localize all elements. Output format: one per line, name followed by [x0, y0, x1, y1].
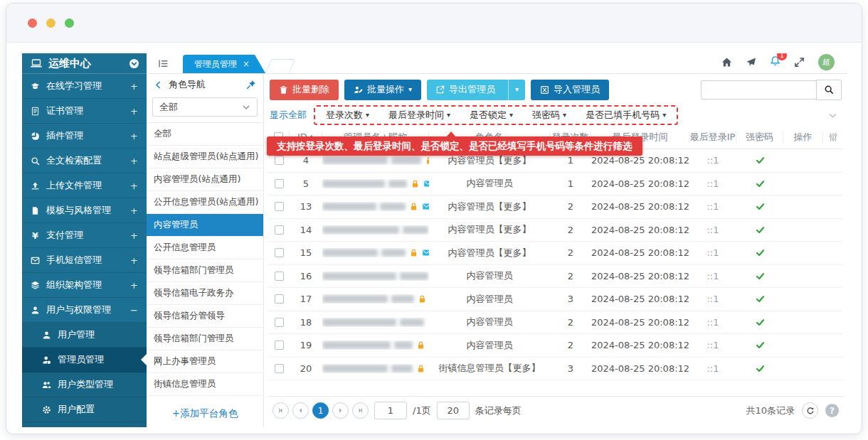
row-checkbox[interactable] — [275, 248, 284, 257]
refresh-button[interactable] — [802, 402, 818, 419]
sidebar-item[interactable]: ¥ 支付管理 + — [22, 223, 147, 248]
first-page-button[interactable] — [272, 402, 289, 419]
home-icon[interactable] — [721, 57, 732, 68]
sidebar-item[interactable]: 上传文件管理 + — [22, 173, 147, 198]
row-role[interactable]: 内容管理员 — [429, 293, 550, 306]
filter-label: 是否已填手机号码 — [586, 109, 660, 122]
show-all-link[interactable]: 显示全部 — [270, 109, 307, 122]
tab-admin-management[interactable]: 管理员管理 × — [183, 55, 265, 73]
filter-dropdown[interactable]: 是否已填手机号码 ▾ — [586, 109, 666, 122]
row-role[interactable]: 内容管理员【更多】 — [429, 200, 550, 213]
envelope-icon[interactable] — [423, 179, 429, 188]
role-item[interactable]: 内容管理员(站点通用) — [147, 168, 263, 191]
role-item[interactable]: 领导信箱部门管理员 — [147, 328, 263, 350]
next-page-button[interactable] — [332, 402, 349, 419]
filter-dropdown[interactable]: 登录次数 ▾ — [326, 109, 369, 122]
sidebar-item[interactable]: 全文检索配置 + — [22, 149, 147, 173]
row-login-count: 3 — [550, 294, 591, 304]
notifications[interactable]: 1 — [770, 55, 780, 69]
row-last-login-time: 2024-08-25 20:08:12 — [591, 155, 689, 166]
redacted-admin-name — [322, 249, 378, 257]
collapse-sidebar-icon[interactable] — [158, 58, 169, 69]
role-item[interactable]: 网上办事管理员 — [147, 350, 263, 373]
help-button[interactable]: ? — [825, 404, 839, 417]
row-checkbox[interactable] — [275, 156, 284, 165]
sidebar-item[interactable]: 用户配置 — [22, 397, 147, 422]
row-checkbox[interactable] — [275, 364, 284, 373]
export-admins-button[interactable]: 导出管理员 ▾ — [427, 80, 525, 100]
sidebar-item[interactable]: 手机短信管理 + — [22, 248, 147, 273]
chevron-left-icon[interactable] — [154, 80, 163, 90]
sidebar-item[interactable]: 管理员配置 — [22, 422, 147, 427]
export-dropdown-toggle[interactable]: ▾ — [508, 80, 525, 100]
collapse-filters-icon[interactable] — [828, 111, 837, 120]
role-item[interactable]: 全部 — [147, 123, 263, 146]
role-item[interactable]: 街镇信息管理员 — [147, 373, 263, 396]
sidebar-item[interactable]: 在线学习管理 + — [22, 74, 147, 99]
role-item-label: 网上办事管理员 — [154, 355, 216, 367]
prev-page-button[interactable] — [292, 402, 309, 419]
add-platform-role-button[interactable]: +添加平台角色 — [147, 400, 263, 427]
row-checkbox[interactable] — [275, 272, 284, 281]
sidebar-item[interactable]: 用户管理 — [22, 323, 147, 348]
chevron-circle-down-icon[interactable] — [129, 58, 139, 69]
maximize-window-button[interactable] — [65, 18, 74, 28]
filter-dropdown[interactable]: 最后登录时间 ▾ — [388, 109, 450, 122]
close-icon[interactable]: × — [243, 59, 250, 69]
sidebar-item-label: 管理员管理 — [58, 353, 104, 366]
row-checkbox[interactable] — [275, 294, 284, 304]
role-item[interactable]: 站点超级管理员(站点通用) — [147, 146, 263, 168]
envelope-icon[interactable] — [422, 202, 429, 211]
row-checkbox[interactable] — [275, 202, 284, 211]
paper-plane-icon[interactable] — [746, 57, 756, 68]
row-checkbox[interactable] — [275, 340, 284, 350]
row-role[interactable]: 街镇信息管理员【更多】 — [429, 362, 550, 375]
row-role[interactable]: 内容管理员【更多】 — [429, 154, 550, 167]
row-role[interactable]: 内容管理员【更多】 — [429, 247, 550, 259]
page-number-input[interactable] — [374, 402, 407, 419]
sidebar-item[interactable]: 组织架构管理 + — [22, 273, 147, 298]
row-checkbox[interactable] — [275, 318, 284, 327]
sidebar-item[interactable]: 证书管理 + — [22, 99, 147, 124]
row-role[interactable]: 内容管理员 — [429, 177, 550, 190]
sidebar-item[interactable]: 用户与权限管理 − — [22, 298, 147, 323]
sidebar-item[interactable]: 模板与风格管理 + — [22, 198, 147, 223]
sidebar-item[interactable]: 用户类型管理 — [22, 372, 147, 397]
avatar[interactable]: 超 — [818, 54, 835, 70]
envelope-icon[interactable] — [422, 248, 429, 257]
close-window-button[interactable] — [28, 18, 37, 28]
per-page-input[interactable] — [437, 402, 470, 419]
search-input[interactable] — [701, 80, 816, 100]
pin-icon[interactable] — [246, 80, 256, 90]
sidebar-item[interactable]: 管理员管理 — [22, 348, 147, 372]
filter-bar: 显示全部 登录次数 ▾ 最后登录时间 ▾ — [268, 105, 843, 125]
row-role[interactable]: 内容管理员 — [429, 316, 550, 328]
role-item[interactable]: 领导信箱分管领导 — [147, 305, 263, 328]
role-item[interactable]: 公开信息管理员(站点通用) — [147, 191, 263, 214]
role-item[interactable]: 领导信箱电子政务办 — [147, 282, 263, 305]
row-checkbox[interactable] — [275, 225, 284, 235]
row-checkbox[interactable] — [275, 179, 284, 188]
role-item[interactable]: 内容管理员 — [147, 214, 263, 237]
role-item[interactable]: 领导信箱部门管理员 — [147, 259, 263, 282]
last-page-button[interactable] — [352, 402, 369, 419]
row-role[interactable]: 内容管理员 — [429, 269, 550, 282]
header-strong-password[interactable]: 强密码 — [736, 132, 783, 143]
row-role[interactable]: 内容管理员【更多】 — [429, 223, 550, 236]
bulk-actions-button[interactable]: 批量操作 ▾ — [344, 80, 421, 100]
minimize-window-button[interactable] — [46, 18, 55, 28]
bulk-delete-button[interactable]: 批量删除 — [270, 80, 339, 100]
search-button[interactable] — [816, 80, 842, 100]
role-item[interactable]: 公开信息管理员 — [147, 237, 263, 259]
import-admins-button[interactable]: 导入管理员 — [531, 80, 609, 100]
current-page-button[interactable]: 1 — [312, 402, 329, 419]
row-last-login-ip: ::1 — [689, 340, 736, 350]
role-filter-select[interactable]: 全部 — [152, 97, 258, 117]
fullscreen-icon[interactable] — [794, 57, 805, 68]
filter-dropdown[interactable]: 强密码 ▾ — [532, 109, 566, 122]
sidebar-item[interactable]: 插件管理 + — [22, 124, 147, 149]
row-role[interactable]: 内容管理员 — [429, 339, 550, 352]
column-settings-icon[interactable] — [828, 132, 838, 142]
filter-dropdown[interactable]: 是否锁定 ▾ — [470, 109, 513, 122]
header-last-login-ip[interactable]: 最后登录IP — [689, 132, 736, 143]
